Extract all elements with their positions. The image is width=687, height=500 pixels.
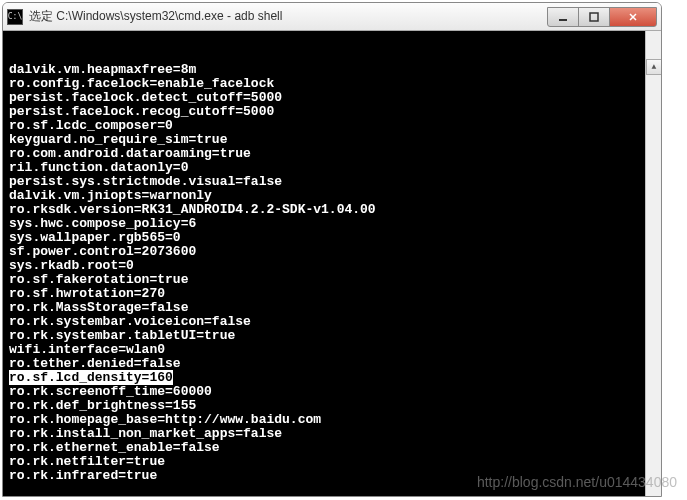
command-window: C:\ 选定 C:\Windows\system32\cmd.exe - adb… <box>2 2 662 497</box>
scroll-track[interactable] <box>646 75 661 496</box>
window-title: 选定 C:\Windows\system32\cmd.exe - adb she… <box>29 8 548 25</box>
terminal-line: dalvik.vm.jniopts=warnonly <box>9 189 655 203</box>
terminal-line: dalvik.vm.heapmaxfree=8m <box>9 63 655 77</box>
terminal-output[interactable]: dalvik.vm.heapmaxfree=8mro.config.facelo… <box>3 31 661 496</box>
terminal-line: ro.rksdk.version=RK31_ANDROID4.2.2-SDK-v… <box>9 203 655 217</box>
terminal-line: ro.rk.MassStorage=false <box>9 301 655 315</box>
terminal-line: wifi.interface=wlan0 <box>9 343 655 357</box>
terminal-line: sf.power.control=2073600 <box>9 245 655 259</box>
minimize-button[interactable] <box>547 7 579 27</box>
close-icon <box>628 12 638 22</box>
window-controls <box>548 7 657 27</box>
terminal-line: persist.facelock.detect_cutoff=5000 <box>9 91 655 105</box>
terminal-line-highlighted: ro.sf.lcd_density=160 <box>9 371 655 385</box>
svg-rect-1 <box>590 13 598 21</box>
terminal-line: ro.rk.install_non_market_apps=false <box>9 427 655 441</box>
vertical-scrollbar[interactable]: ▲ ▼ <box>645 31 661 496</box>
terminal-line: ro.rk.netfilter=true <box>9 455 655 469</box>
terminal-line: sys.rkadb.root=0 <box>9 259 655 273</box>
terminal-line: persist.facelock.recog_cutoff=5000 <box>9 105 655 119</box>
terminal-line: keyguard.no_require_sim=true <box>9 133 655 147</box>
terminal-line: ro.sf.hwrotation=270 <box>9 287 655 301</box>
terminal-line: ro.rk.systembar.tabletUI=true <box>9 329 655 343</box>
terminal-line: ro.config.facelock=enable_facelock <box>9 77 655 91</box>
terminal-line: sys.wallpaper.rgb565=0 <box>9 231 655 245</box>
terminal-line: ro.sf.lcdc_composer=0 <box>9 119 655 133</box>
minimize-icon <box>558 12 568 22</box>
terminal-line: persist.sys.strictmode.visual=false <box>9 175 655 189</box>
terminal-line: ro.sf.fakerotation=true <box>9 273 655 287</box>
titlebar[interactable]: C:\ 选定 C:\Windows\system32\cmd.exe - adb… <box>3 3 661 31</box>
terminal-line: ro.rk.infrared=true <box>9 469 655 483</box>
maximize-button[interactable] <box>578 7 610 27</box>
close-button[interactable] <box>609 7 657 27</box>
terminal-line: ro.rk.def_brightness=155 <box>9 399 655 413</box>
scroll-up-button[interactable]: ▲ <box>646 59 661 75</box>
terminal-line: ro.rk.ethernet_enable=false <box>9 441 655 455</box>
terminal-line: ro.rk.homepage_base=http://www.baidu.com <box>9 413 655 427</box>
terminal-line: ro.rk.screenoff_time=60000 <box>9 385 655 399</box>
window-icon: C:\ <box>7 9 23 25</box>
terminal-line: sys.hwc.compose_policy=6 <box>9 217 655 231</box>
terminal-line: ro.tether.denied=false <box>9 357 655 371</box>
terminal-line: ro.rk.systembar.voiceicon=false <box>9 315 655 329</box>
terminal-line: ro.com.android.dataroaming=true <box>9 147 655 161</box>
terminal-line: ril.function.dataonly=0 <box>9 161 655 175</box>
svg-rect-0 <box>559 19 567 21</box>
maximize-icon <box>589 12 599 22</box>
